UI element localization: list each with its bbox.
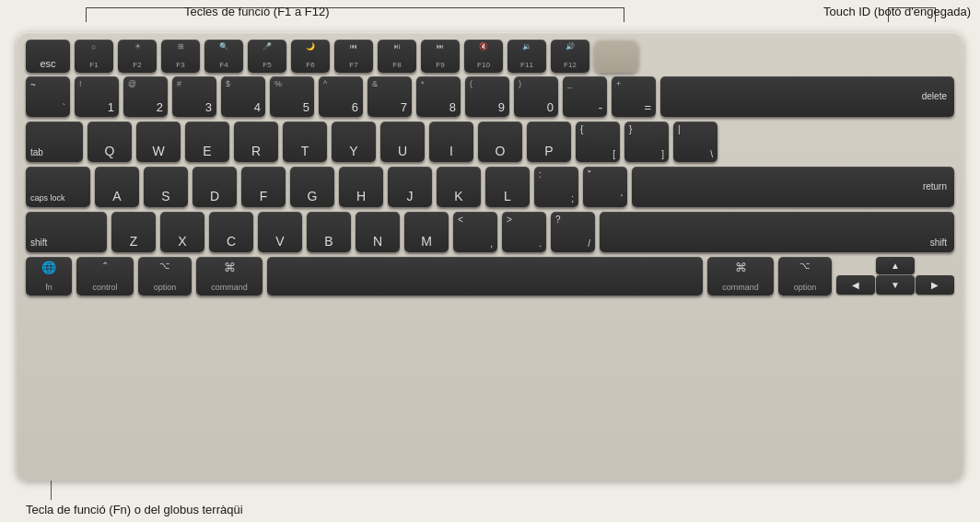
key-0[interactable]: ) 0 (514, 76, 558, 117)
key-5[interactable]: % 5 (270, 76, 314, 117)
asdf-row: caps lock A S D F G H J K L : ; " ' retu… (26, 167, 954, 207)
key-f6-label: F6 (306, 62, 314, 69)
key-f7-label: F7 (349, 62, 357, 69)
keyboard: esc ☼ F1 ☀ F2 ⊞ F3 🔍 F4 🎤 F5 🌙 F6 ⏮ F7 (17, 32, 963, 481)
key-control-label: control (92, 283, 117, 292)
key-m[interactable]: M (404, 212, 449, 252)
key-f6-icon: 🌙 (291, 42, 330, 51)
key-w[interactable]: W (136, 122, 181, 162)
key-2[interactable]: @ 2 (123, 76, 168, 117)
key-arrow-left[interactable]: ◀ (836, 275, 875, 295)
key-rbrace[interactable]: } ] (624, 122, 669, 162)
key-capslock[interactable]: caps lock (26, 167, 90, 207)
key-command-right[interactable]: ⌘ command (707, 257, 774, 296)
key-f[interactable]: F (241, 167, 286, 207)
key-backslash[interactable]: | \ (673, 122, 718, 162)
key-f11[interactable]: 🔉 F11 (508, 40, 546, 73)
key-lbrace[interactable]: { [ (576, 122, 620, 162)
key-t[interactable]: T (283, 122, 327, 162)
key-9[interactable]: ( 9 (465, 76, 509, 117)
key-shift-left[interactable]: shift (26, 212, 107, 252)
key-tab[interactable]: tab (26, 122, 83, 162)
key-backtick[interactable]: ~ ` (26, 76, 70, 117)
key-f3[interactable]: ⊞ F3 (161, 40, 200, 73)
key-f2[interactable]: ☀ F2 (118, 40, 157, 73)
key-shift-right[interactable]: shift (600, 212, 954, 252)
key-j[interactable]: J (388, 167, 432, 207)
key-command-left[interactable]: ⌘ command (196, 257, 262, 296)
key-u-label: U (398, 144, 407, 158)
key-2-bot: 2 (157, 100, 163, 114)
key-r[interactable]: R (234, 122, 278, 162)
key-f12[interactable]: 🔊 F12 (551, 40, 589, 73)
key-tab-label: tab (30, 147, 43, 157)
key-d-label: D (210, 189, 219, 203)
key-n[interactable]: N (356, 212, 400, 252)
key-control-left[interactable]: ⌃ control (76, 257, 134, 296)
key-3[interactable]: # 3 (172, 76, 216, 117)
key-l[interactable]: L (485, 167, 530, 207)
key-fn-globe[interactable]: 🌐 fn (26, 257, 72, 296)
key-arrow-down[interactable]: ▼ (876, 275, 915, 295)
key-6[interactable]: ^ 6 (319, 76, 363, 117)
key-k[interactable]: K (437, 167, 481, 207)
key-f9[interactable]: ⏭ F9 (421, 40, 460, 73)
key-4[interactable]: $ 4 (221, 76, 265, 117)
touch-id-button[interactable] (594, 40, 638, 73)
key-h[interactable]: H (339, 167, 383, 207)
key-quote[interactable]: " ' (583, 167, 627, 207)
key-q[interactable]: Q (88, 122, 132, 162)
key-e[interactable]: E (185, 122, 229, 162)
key-f9-label: F9 (436, 62, 444, 69)
bottom-row: 🌐 fn ⌃ control ⌥ option ⌘ command ⌘ comm… (26, 257, 954, 296)
key-esc[interactable]: esc (26, 40, 70, 73)
key-q-label: Q (105, 144, 115, 158)
key-option-left-symbol: ⌥ (159, 261, 170, 271)
key-5-bot: 5 (303, 100, 309, 114)
key-option-left[interactable]: ⌥ option (138, 257, 192, 296)
key-return[interactable]: return (632, 167, 954, 207)
key-p-label: P (544, 144, 553, 158)
key-f10[interactable]: 🔇 F10 (464, 40, 503, 73)
key-f1-label: F1 (89, 62, 98, 69)
key-f5[interactable]: 🎤 F5 (248, 40, 286, 73)
key-p[interactable]: P (527, 122, 571, 162)
key-comma[interactable]: < , (453, 212, 497, 252)
key-x[interactable]: X (160, 212, 204, 252)
key-delete[interactable]: delete (660, 76, 954, 117)
key-dquote: " (588, 170, 591, 180)
key-z[interactable]: Z (111, 212, 156, 252)
touch-id-bracket (888, 7, 936, 22)
key-g[interactable]: G (290, 167, 334, 207)
key-f7[interactable]: ⏮ F7 (334, 40, 373, 73)
key-8-top: * (421, 79, 425, 88)
key-option-right[interactable]: ⌥ option (778, 257, 832, 296)
key-f1[interactable]: ☼ F1 (75, 40, 113, 73)
key-v[interactable]: V (258, 212, 302, 252)
key-i[interactable]: I (429, 122, 473, 162)
key-3-bot: 3 (205, 100, 212, 114)
key-minus[interactable]: _ - (563, 76, 607, 117)
key-period[interactable]: > . (502, 212, 546, 252)
key-y[interactable]: Y (332, 122, 376, 162)
key-7[interactable]: & 7 (368, 76, 412, 117)
key-equal[interactable]: + = (612, 76, 656, 117)
key-c[interactable]: C (209, 212, 253, 252)
key-o[interactable]: O (478, 122, 522, 162)
key-arrow-right[interactable]: ▶ (916, 275, 954, 295)
key-u[interactable]: U (380, 122, 425, 162)
key-semicolon[interactable]: : ; (534, 167, 578, 207)
key-slash[interactable]: ? / (551, 212, 595, 252)
key-f8[interactable]: ⏯ F8 (378, 40, 416, 73)
key-b[interactable]: B (307, 212, 351, 252)
key-a[interactable]: A (95, 167, 139, 207)
key-1[interactable]: ! 1 (75, 76, 119, 117)
key-arrow-up[interactable]: ▲ (876, 257, 915, 274)
key-f6[interactable]: 🌙 F6 (291, 40, 330, 73)
key-8[interactable]: * 8 (416, 76, 461, 117)
key-s[interactable]: S (144, 167, 188, 207)
key-e-label: E (203, 144, 211, 158)
key-space[interactable] (267, 257, 703, 296)
key-f4[interactable]: 🔍 F4 (204, 40, 243, 73)
key-d[interactable]: D (192, 167, 237, 207)
